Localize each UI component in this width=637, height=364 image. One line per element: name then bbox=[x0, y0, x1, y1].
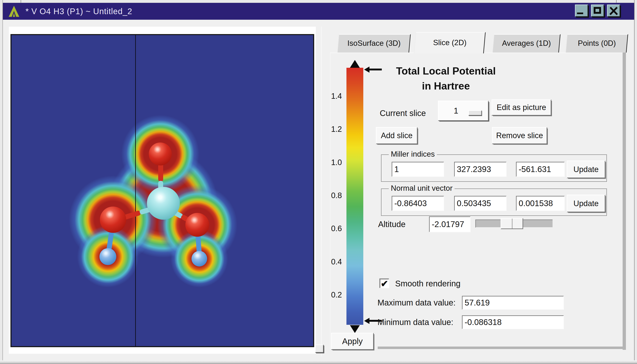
check-icon: ✔ bbox=[381, 278, 388, 289]
colorbar-tick: 0.2 bbox=[307, 290, 342, 299]
smooth-rendering-checkbox[interactable]: ✔ bbox=[380, 279, 389, 288]
window-resize-border-left[interactable] bbox=[0, 0, 3, 364]
normal-y-field[interactable]: 0.503435 bbox=[454, 196, 506, 211]
max-data-value-field[interactable]: 57.619 bbox=[462, 296, 564, 310]
window-resize-border-bottom[interactable] bbox=[0, 360, 637, 364]
frame-notch bbox=[616, 0, 617, 3]
maximize-button[interactable] bbox=[591, 4, 604, 17]
panel-shadow bbox=[378, 346, 623, 349]
slice-canvas[interactable] bbox=[9, 27, 316, 354]
miller-h-field[interactable]: 1 bbox=[392, 162, 444, 177]
normal-x-field[interactable]: -0.86403 bbox=[392, 196, 444, 211]
minimize-button[interactable] bbox=[575, 4, 588, 17]
window-resize-border-top[interactable] bbox=[0, 0, 637, 3]
colorbar-tick: 0.6 bbox=[307, 224, 342, 233]
frame-notch bbox=[21, 0, 21, 3]
altitude-label: Altitude bbox=[378, 216, 405, 232]
atom-hydrogen-right bbox=[191, 251, 207, 266]
close-button[interactable] bbox=[607, 4, 620, 17]
atom-oxygen-right bbox=[185, 213, 209, 237]
normal-z-field[interactable]: 0.001538 bbox=[516, 196, 565, 211]
remove-slice-button[interactable]: Remove slice bbox=[492, 127, 547, 144]
add-slice-button[interactable]: Add slice bbox=[376, 127, 418, 144]
miller-update-button[interactable]: Update bbox=[567, 160, 605, 178]
panel-title: Total Local Potential in Hartree bbox=[370, 64, 522, 94]
window-resize-border-right[interactable] bbox=[634, 0, 637, 364]
colorbar-tick: 1.0 bbox=[307, 158, 342, 167]
maximize-icon bbox=[594, 7, 601, 14]
max-data-value-label: Maximum data value: bbox=[378, 296, 456, 310]
titlebar[interactable]: * V O4 H3 (P1) ~ Untitled_2 bbox=[3, 3, 634, 20]
atom-vanadium-center bbox=[147, 187, 180, 220]
min-data-value-label: Minimum data value: bbox=[378, 315, 453, 329]
colorbar-tick: 1.2 bbox=[307, 125, 342, 134]
normal-vector-legend: Normal unit vector bbox=[389, 184, 455, 192]
colorbar-min-marker-icon[interactable] bbox=[364, 318, 370, 324]
miller-k-field[interactable]: 327.2393 bbox=[454, 162, 506, 177]
colorbar-tick: 0.4 bbox=[307, 258, 342, 266]
edit-as-picture-button[interactable]: Edit as picture bbox=[492, 99, 551, 116]
current-slice-label: Current slice bbox=[380, 106, 426, 121]
atom-hydrogen-left bbox=[100, 248, 116, 265]
app-window: * V O4 H3 (P1) ~ Untitled_2 bbox=[0, 0, 637, 364]
atom-oxygen-left bbox=[100, 206, 126, 233]
colorbar bbox=[347, 68, 363, 325]
normal-update-button[interactable]: Update bbox=[567, 195, 605, 212]
altitude-field[interactable]: -2.01797 bbox=[429, 216, 471, 232]
tab-points-0d[interactable]: Points (0D) bbox=[566, 34, 627, 52]
tab-isosurface-3d[interactable]: IsoSurface (3D) bbox=[338, 34, 410, 52]
altitude-slider[interactable] bbox=[475, 220, 552, 228]
altitude-slider-thumb[interactable] bbox=[501, 218, 523, 229]
smooth-rendering-label: Smooth rendering bbox=[395, 279, 461, 288]
atom-oxygen-top bbox=[149, 142, 172, 166]
slice-plot[interactable] bbox=[11, 34, 314, 347]
tab-slice-2d[interactable]: Slice (2D) bbox=[415, 32, 485, 54]
colorbar-tick: 0.8 bbox=[307, 191, 342, 200]
tab-averages-1d[interactable]: Averages (1D) bbox=[493, 34, 560, 52]
miller-indices-legend: Miller indices bbox=[389, 150, 437, 158]
colorbar-max-marker-icon[interactable] bbox=[364, 66, 370, 73]
minimize-icon bbox=[577, 12, 583, 14]
colorbar-tick: 1.4 bbox=[307, 92, 342, 100]
miller-l-field[interactable]: -561.631 bbox=[516, 162, 565, 177]
slice-plane-line bbox=[135, 35, 136, 346]
min-data-value-field[interactable]: -0.086318 bbox=[462, 315, 564, 329]
current-slice-optionmenu[interactable]: 1 bbox=[438, 100, 489, 121]
optionmenu-indicator-icon bbox=[468, 110, 482, 116]
close-icon bbox=[609, 6, 619, 16]
main-content: IsoSurface (3D) Slice (2D) Averages (1D)… bbox=[3, 20, 634, 360]
xcrysden-logo-icon bbox=[8, 6, 20, 17]
apply-button[interactable]: Apply bbox=[331, 333, 374, 350]
window-title: * V O4 H3 (P1) ~ Untitled_2 bbox=[26, 7, 132, 16]
panel-shadow bbox=[623, 52, 626, 350]
sash-grip[interactable] bbox=[315, 344, 324, 353]
colorbar-top-arrow[interactable] bbox=[350, 60, 360, 68]
current-slice-value: 1 bbox=[445, 101, 467, 120]
colorbar-bottom-arrow[interactable] bbox=[350, 325, 360, 333]
